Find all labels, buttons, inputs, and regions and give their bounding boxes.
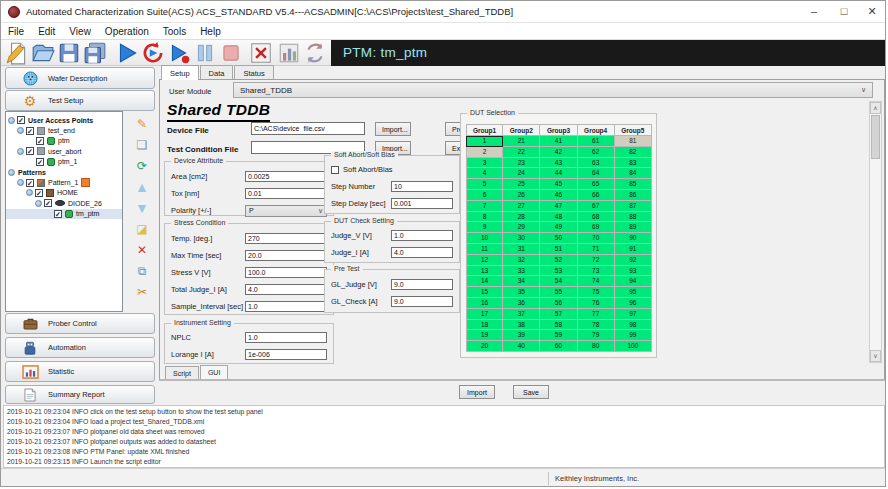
dut-cell[interactable]: 16 xyxy=(466,298,503,309)
prober-control-button[interactable]: Prober Control xyxy=(5,313,155,334)
checkbox-icon[interactable]: ✓ xyxy=(35,189,43,197)
judge-i-input[interactable] xyxy=(391,247,453,258)
dut-cell[interactable]: 39 xyxy=(503,330,540,341)
dut-cell[interactable]: 23 xyxy=(503,158,540,169)
dut-cell[interactable]: 10 xyxy=(466,233,503,244)
dut-cell[interactable]: 85 xyxy=(615,179,652,190)
dut-cell[interactable]: 43 xyxy=(540,158,577,169)
dut-cell[interactable]: 28 xyxy=(503,212,540,223)
dut-cell[interactable]: 40 xyxy=(503,341,540,352)
dut-cell[interactable]: 24 xyxy=(503,168,540,179)
dut-cell[interactable]: 95 xyxy=(615,287,652,298)
step-run-icon[interactable] xyxy=(167,41,191,65)
dut-cell[interactable]: 91 xyxy=(615,244,652,255)
checkbox-icon[interactable]: ✓ xyxy=(26,179,34,187)
expander-icon[interactable] xyxy=(17,148,24,155)
dut-cell[interactable]: 53 xyxy=(540,266,577,277)
dut-cell[interactable]: 98 xyxy=(615,320,652,331)
dut-cell[interactable]: 72 xyxy=(578,255,615,266)
dut-cell[interactable]: 97 xyxy=(615,309,652,320)
dut-cell[interactable]: 84 xyxy=(615,168,652,179)
gl-check-input[interactable] xyxy=(391,296,453,307)
dut-cell[interactable]: 100 xyxy=(615,341,652,352)
dut-cell[interactable]: 80 xyxy=(578,341,615,352)
dut-cell[interactable]: 61 xyxy=(578,136,615,147)
dut-cell[interactable]: 14 xyxy=(466,276,503,287)
max-time-input[interactable] xyxy=(245,250,327,261)
dut-cell[interactable]: 64 xyxy=(578,168,615,179)
tree-item-pattern_1[interactable]: ✓Pattern_1 xyxy=(6,177,122,187)
dut-cell[interactable]: 38 xyxy=(503,320,540,331)
dut-cell[interactable]: 22 xyxy=(503,147,540,158)
open-project-icon[interactable] xyxy=(31,41,55,65)
user-module-select[interactable]: Shared_TDDB ∨ xyxy=(233,82,873,98)
dut-cell[interactable]: 34 xyxy=(503,276,540,287)
tab-status[interactable]: Status xyxy=(234,65,273,80)
dut-cell[interactable]: 68 xyxy=(578,212,615,223)
tab-script[interactable]: Script xyxy=(165,366,199,379)
stress-v-input[interactable] xyxy=(245,267,327,278)
dut-cell[interactable]: 26 xyxy=(503,190,540,201)
tree-item-ptm[interactable]: ✓ptm xyxy=(6,136,122,146)
dut-cell[interactable]: 74 xyxy=(578,276,615,287)
dut-cell[interactable]: 99 xyxy=(615,330,652,341)
checkbox-icon[interactable]: ✓ xyxy=(26,127,34,135)
copy-icon[interactable]: ⧉ xyxy=(133,263,151,279)
dut-cell[interactable]: 86 xyxy=(615,190,652,201)
wafer-description-button[interactable]: Wafer Description xyxy=(5,67,155,89)
expander-icon[interactable] xyxy=(26,189,33,196)
dut-cell[interactable]: 17 xyxy=(466,309,503,320)
dut-cell[interactable]: 96 xyxy=(615,298,652,309)
checkbox-icon[interactable]: ✓ xyxy=(36,137,44,145)
dut-cell[interactable]: 46 xyxy=(540,190,577,201)
dut-cell[interactable]: 73 xyxy=(578,266,615,277)
checkbox-icon[interactable]: ✓ xyxy=(54,210,62,218)
dut-cell[interactable]: 5 xyxy=(466,179,503,190)
dut-cell[interactable]: 89 xyxy=(615,222,652,233)
vertical-scrollbar[interactable]: ∧ ∨ xyxy=(869,101,882,363)
dut-cell[interactable]: 49 xyxy=(540,222,577,233)
tab-gui[interactable]: GUI xyxy=(200,365,228,379)
summary-report-button[interactable]: Summary Report xyxy=(5,385,155,404)
dut-cell[interactable]: 79 xyxy=(578,330,615,341)
dut-cell[interactable]: 82 xyxy=(615,147,652,158)
dut-cell[interactable]: 94 xyxy=(615,276,652,287)
expander-icon[interactable] xyxy=(8,169,15,176)
tree-item-diode_26[interactable]: ✓DIODE_26 xyxy=(6,198,122,208)
run-icon[interactable] xyxy=(115,41,139,65)
dut-cell[interactable]: 77 xyxy=(578,309,615,320)
import-button[interactable]: Import xyxy=(459,385,495,399)
dut-cell[interactable]: 21 xyxy=(503,136,540,147)
tox-input[interactable] xyxy=(245,188,327,199)
refresh-icon[interactable] xyxy=(303,41,327,65)
dut-cell[interactable]: 52 xyxy=(540,255,577,266)
tab-setup[interactable]: Setup xyxy=(161,65,199,80)
abort-icon[interactable] xyxy=(249,41,273,65)
stop-icon[interactable] xyxy=(219,41,243,65)
scrollbar-thumb[interactable] xyxy=(871,115,880,159)
expander-icon[interactable] xyxy=(17,127,24,134)
dut-cell[interactable]: 45 xyxy=(540,179,577,190)
dut-cell[interactable]: 36 xyxy=(503,298,540,309)
dut-cell[interactable]: 11 xyxy=(466,244,503,255)
tree-item-user-access-points[interactable]: ✓User Access Points xyxy=(6,115,122,125)
loop-run-icon[interactable] xyxy=(141,41,165,65)
expander-icon[interactable] xyxy=(35,200,42,207)
tree-item-test_end[interactable]: ✓test_end xyxy=(6,125,122,135)
dut-cell[interactable]: 25 xyxy=(503,179,540,190)
dut-cell[interactable]: 58 xyxy=(540,320,577,331)
checkbox-icon[interactable]: ✓ xyxy=(44,199,52,207)
dut-cell[interactable]: 2 xyxy=(466,147,503,158)
dut-cell[interactable]: 56 xyxy=(540,298,577,309)
dut-cell[interactable]: 78 xyxy=(578,320,615,331)
tree-item-patterns[interactable]: Patterns xyxy=(6,167,122,177)
delete-icon[interactable]: ✕ xyxy=(133,242,151,258)
reload-green-icon[interactable]: ⟳ xyxy=(133,158,151,174)
area-input[interactable] xyxy=(245,171,327,182)
menu-item-operation[interactable]: Operation xyxy=(98,26,156,37)
menu-item-edit[interactable]: Edit xyxy=(31,26,62,37)
maximize-button[interactable]: □ xyxy=(829,1,859,22)
dut-cell[interactable]: 51 xyxy=(540,244,577,255)
dut-cell[interactable]: 7 xyxy=(466,201,503,212)
dut-cell[interactable]: 41 xyxy=(540,136,577,147)
